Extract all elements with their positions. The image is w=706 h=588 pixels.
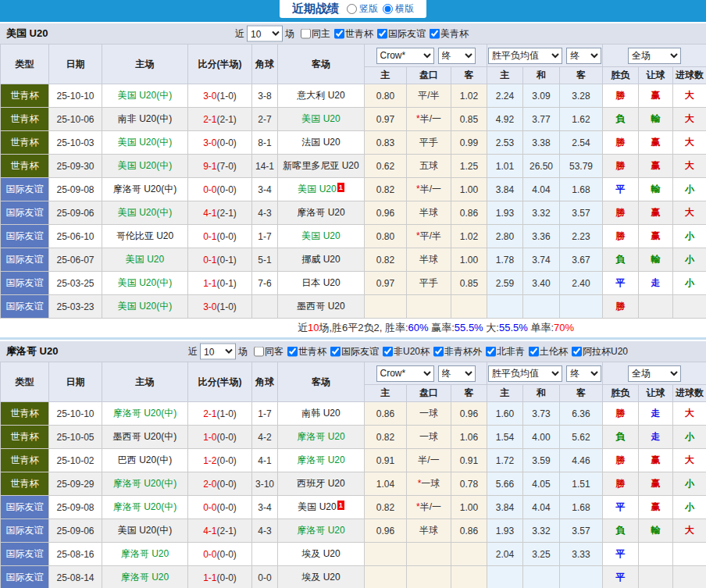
handicap-result-cell: 輸 [639, 248, 673, 272]
col-date: 日期 [49, 362, 102, 402]
scope-select[interactable]: 全场 [628, 48, 681, 64]
handicap-result-text: 赢 [651, 230, 661, 241]
cup-filter[interactable]: 非青杯外 [430, 345, 482, 358]
euro-time-select[interactable]: 终 [566, 48, 601, 64]
layout-radio[interactable]: 竖版 [345, 2, 378, 16]
handicap-away-odds-cell [451, 295, 487, 319]
cup-checkbox[interactable] [433, 347, 444, 357]
handicap-result-cell: 走 [639, 272, 673, 295]
match-date-cell: 25-10-05 [49, 426, 102, 449]
cup-filter[interactable]: 世青杯 [330, 27, 373, 41]
corner-cell: 3-4 [252, 178, 278, 201]
handicap-result-text: 赢 [651, 137, 661, 148]
draw-odds-cell: 3.32 [523, 519, 560, 543]
halftime-score: (0-0) [217, 432, 237, 443]
cup-filter[interactable]: 世青杯 [283, 345, 326, 358]
same-venue-filter[interactable]: 同客 [250, 345, 283, 358]
handicap-home-odds-cell: 0.82 [365, 426, 407, 449]
avg-odds-select[interactable]: 胜平负均值 [488, 365, 562, 382]
handicap-line-cell: 半球 [407, 248, 451, 272]
handicap-time-select[interactable]: 终 [438, 365, 476, 382]
fulltime-score: 0-0 [203, 184, 216, 195]
fulltime-score: 0-1 [203, 255, 216, 265]
cup-checkbox[interactable] [377, 29, 387, 39]
layout-radio[interactable]: 横版 [381, 2, 414, 16]
cup-filter[interactable]: 北非青 [482, 345, 525, 358]
same-venue-filter[interactable]: 同主 [297, 27, 330, 41]
handicap-result-cell: 走 [639, 426, 673, 449]
layout-radio-input[interactable] [347, 4, 357, 14]
avg-odds-select[interactable]: 胜平负均值 [488, 48, 562, 64]
cup-filter[interactable]: 非U20杯 [379, 345, 430, 358]
handicap-star: * [418, 478, 422, 489]
cup-checkbox[interactable] [572, 347, 582, 357]
corner-cell: 1-7 [252, 402, 278, 426]
handicap-away-odds-cell: 0.96 [451, 402, 487, 426]
result-cell: 平 [603, 496, 639, 519]
cup-label: 非青杯外 [444, 345, 482, 358]
halftime-score: (1-0) [217, 301, 237, 312]
scope-select[interactable]: 全场 [628, 365, 681, 382]
lose-odds-cell: 3.33 [560, 543, 603, 566]
col-win: 主 [487, 67, 523, 84]
cup-checkbox[interactable] [430, 29, 440, 39]
match-count-select[interactable]: 10 [200, 344, 236, 360]
cup-checkbox[interactable] [330, 347, 341, 357]
layout-radio-input[interactable] [383, 4, 393, 14]
cup-checkbox[interactable] [486, 347, 496, 357]
result-text: 勝 [616, 207, 626, 218]
cup-filter[interactable]: 美青杯 [426, 27, 469, 41]
same-venue-checkbox[interactable] [254, 347, 264, 357]
same-venue-checkbox[interactable] [301, 29, 311, 39]
handicap-line-cell [407, 566, 451, 588]
home-team-cell: 美国 U20(中) [102, 295, 188, 319]
cup-checkbox[interactable] [529, 347, 539, 357]
goals-result-cell: 小 [673, 248, 706, 272]
cup-filter[interactable]: 国际友谊 [373, 27, 426, 41]
bookmaker-select[interactable]: Crow* [376, 48, 434, 64]
col-handicap-away: 客 [451, 385, 487, 402]
win-odds-cell: 1.60 [487, 402, 523, 426]
match-row: 国际友谊25-09-08摩洛哥 U20(中)0-0(0-0)3-4美国 U201… [1, 178, 706, 201]
handicap-home-odds-cell: 0.80 [365, 84, 407, 108]
cup-checkbox[interactable] [287, 347, 298, 357]
match-date-cell: 25-09-30 [49, 155, 102, 178]
handicap-result-cell: 赢 [639, 84, 673, 108]
col-goals: 进球数 [673, 385, 706, 402]
match-date-cell: 25-09-29 [49, 472, 102, 496]
home-team-name: 美国 U20(中) [118, 160, 172, 171]
bookmaker-select[interactable]: Crow* [376, 365, 434, 382]
cup-filter[interactable]: 阿拉杯U20 [568, 345, 628, 358]
away-team-name: 美国 U20 [298, 184, 336, 194]
handicap-line-cell: 一球 [407, 426, 451, 449]
cup-filter[interactable]: 国际友谊 [326, 345, 379, 358]
handicap-result-text: 赢 [651, 501, 661, 512]
handicap-away-odds-cell: 1.00 [451, 248, 487, 272]
handicap-time-select[interactable]: 终 [438, 48, 476, 64]
goals-result-text: 小 [685, 184, 694, 194]
home-team-cell: 摩洛哥 U20 [102, 566, 188, 588]
cup-filter[interactable]: 土伦杯 [525, 345, 568, 358]
handicap-home-odds-cell: 0.96 [365, 201, 407, 225]
home-team-cell: 美国 U20(中) [102, 519, 188, 543]
result-cell: 平 [603, 272, 639, 295]
match-count-select[interactable]: 10 [247, 26, 283, 42]
handicap-home-odds-cell: 1.04 [365, 472, 407, 496]
corner-cell: 4-3 [252, 519, 278, 543]
cup-checkbox[interactable] [334, 29, 344, 39]
home-team-name: 摩洛哥 U20(中) [113, 478, 176, 489]
goals-result-text: 大 [685, 408, 694, 419]
goals-result-text: 大 [685, 454, 694, 465]
cup-checkbox[interactable] [383, 347, 393, 357]
goals-result-text: 大 [685, 90, 694, 101]
handicap-result-cell: 赢 [639, 225, 673, 248]
goals-result-cell: 大 [673, 155, 706, 178]
handicap-result-text: 走 [651, 408, 661, 419]
win-odds-cell: 2.59 [487, 272, 523, 295]
match-row: 国际友谊25-09-08摩洛哥 U20(中)0-0(0-0)3-4美国 U201… [1, 496, 706, 519]
goals-result-text: 大 [685, 207, 694, 218]
euro-time-select[interactable]: 终 [566, 365, 601, 382]
match-type-cell: 世青杯 [1, 84, 49, 108]
result-cell: 勝 [603, 84, 639, 108]
avg-select-group: 胜平负均值 终 [487, 45, 603, 67]
